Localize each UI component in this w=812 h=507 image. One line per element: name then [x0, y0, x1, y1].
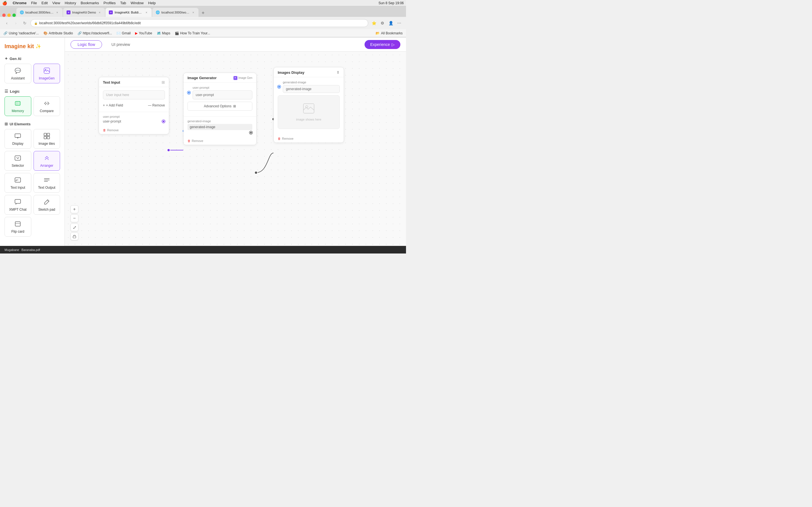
bookmark-maps[interactable]: 🗺️ Maps [157, 31, 170, 35]
imagegen-label: ImageGen [39, 76, 55, 80]
node-memory[interactable]: Memory [4, 96, 31, 116]
browser-tab-4[interactable]: 🌐 localhost:3000/worlds/create × [152, 8, 199, 17]
reload-button[interactable]: ↻ [21, 20, 28, 26]
menu-file[interactable]: File [31, 1, 37, 5]
tab-favicon-3: ✦ [109, 10, 113, 14]
node-arranger[interactable]: Arranger [34, 151, 60, 171]
text-input-remove-icon: 🗑 [103, 128, 106, 132]
new-tab-button[interactable]: + [199, 9, 207, 17]
xmpt-chat-icon [14, 198, 22, 206]
svg-point-26 [167, 149, 170, 152]
image-gen-remove-link[interactable]: 🗑 Remove [184, 137, 256, 145]
node-assistant[interactable]: 💬 Assistant [4, 64, 31, 83]
bookmark-gmail[interactable]: ✉️ Gmail [116, 31, 131, 35]
bookmark-label-1: Using 'radioactive'... [9, 31, 39, 35]
bookmark-label-5: YouTube [139, 31, 152, 35]
apple-logo-icon[interactable]: 🍎 [2, 1, 7, 5]
zoom-in-button[interactable]: + [70, 205, 79, 213]
node-selector[interactable]: Selector [4, 151, 31, 171]
node-text-output[interactable]: Text Output [34, 173, 60, 193]
node-sketch-pad[interactable]: Sketch pad [34, 195, 60, 215]
remove-field-button[interactable]: — Remove [148, 102, 165, 108]
image-generator-node: Image Generator ✦ Image Gen user-prompt … [183, 73, 257, 145]
extensions-icon[interactable]: ⚙ [379, 20, 386, 26]
menu-profiles[interactable]: Profiles [103, 1, 116, 5]
bookmark-stackoverflow[interactable]: 🔗 https://stackoverfl... [78, 31, 112, 35]
text-input-type-icon: ⊞ [161, 80, 165, 84]
bookmark-icon-7: 🎬 [175, 31, 179, 35]
tab-bar: 🌐 localhost:3000/test user/wor... × ✦ Im… [0, 6, 406, 17]
images-display-export-icon[interactable]: ⬆ [336, 70, 340, 75]
forward-button[interactable]: › [12, 20, 19, 26]
tab-ui-preview[interactable]: UI preview [104, 40, 137, 49]
images-display-input-connector [278, 86, 281, 88]
menu-chrome[interactable]: Chrome [13, 1, 27, 5]
url-bar[interactable]: 🔒 localhost:3000/test%20user/worlds/66db… [31, 19, 368, 27]
tab-close-4[interactable]: × [191, 10, 195, 14]
zoom-out-button[interactable]: − [70, 214, 79, 222]
svg-rect-31 [73, 236, 76, 238]
all-bookmarks[interactable]: 📂 All Bookmarks [375, 31, 403, 35]
image-tiles-icon [43, 132, 51, 140]
node-imagegen[interactable]: ImageGen [34, 64, 60, 83]
menu-window[interactable]: Window [131, 1, 144, 5]
image-gen-remove-label: Remove [192, 139, 203, 143]
browser-tab-3[interactable]: ✦ ImagineKit: Building Interact... × [105, 8, 152, 17]
node-text-input[interactable]: Text Input [4, 173, 31, 193]
add-field-button[interactable]: + + Add Field [103, 102, 123, 108]
menu-tab[interactable]: Tab [120, 1, 126, 5]
browser-tab-1[interactable]: 🌐 localhost:3000/test user/wor... × [16, 8, 63, 17]
maximize-window-btn[interactable] [12, 13, 16, 17]
tab-close-2[interactable]: × [98, 10, 101, 14]
tab-logic-flow[interactable]: Logic flow [70, 40, 102, 49]
experience-button[interactable]: Experience ▷ [364, 40, 400, 49]
bookmark-label-6: Maps [162, 31, 170, 35]
image-ph-icon [303, 103, 314, 115]
bookmark-radioactive[interactable]: 🔗 Using 'radioactive'... [3, 31, 39, 35]
images-display-remove-link[interactable]: 🗑 Remove [274, 135, 344, 143]
image-gen-output-connector [250, 131, 252, 134]
bookmark-howtotrain[interactable]: 🎬 How To Train Your... [175, 31, 210, 35]
menu-bookmarks[interactable]: Bookmarks [81, 1, 99, 5]
ui-elements-label: UI Elements [10, 122, 31, 126]
text-input-placeholder[interactable]: User input here [103, 91, 165, 100]
image-gen-output-value: generated-image [188, 124, 252, 131]
canvas-area[interactable]: Text Input ⊞ User input here + + Add Fie… [65, 52, 406, 246]
bookmark-icon[interactable]: ⭐ [370, 20, 377, 26]
flip-card-label: Flip card [11, 230, 24, 233]
profile-icon[interactable]: 👤 [388, 20, 394, 26]
node-display[interactable]: Display [4, 129, 31, 149]
svg-rect-12 [44, 136, 47, 139]
menu-view[interactable]: View [52, 1, 60, 5]
node-xmpt-chat[interactable]: XMPT Chat [4, 195, 31, 215]
back-button[interactable]: ‹ [3, 20, 10, 26]
menu-help[interactable]: Help [148, 1, 156, 5]
tab-close-1[interactable]: × [55, 10, 59, 14]
menu-edit[interactable]: Edit [42, 1, 48, 5]
lock-icon: 🔒 [34, 22, 38, 25]
image-gen-input-value: user-prompt [193, 91, 252, 100]
fit-button[interactable]: ⤢ [70, 223, 79, 231]
minimize-window-btn[interactable] [7, 13, 11, 17]
close-window-btn[interactable] [2, 13, 6, 17]
text-input-remove-link[interactable]: 🗑 Remove [99, 126, 169, 134]
browser-tab-2[interactable]: ✦ ImagineKit Demo × [63, 8, 105, 17]
bookmark-arttribute[interactable]: 🎨 Arttribute Studio [43, 31, 73, 35]
node-compare[interactable]: Compare [34, 96, 60, 116]
system-clock: Sun 8 Sep 19:06 [378, 1, 404, 5]
advanced-options-button[interactable]: Advanced Options ⊞ [188, 102, 252, 111]
tab-close-3[interactable]: × [144, 10, 148, 14]
bookmark-youtube[interactable]: ▶ YouTube [135, 31, 152, 35]
menu-icon[interactable]: ⋯ [396, 20, 403, 26]
lock-button[interactable] [70, 232, 79, 240]
all-bookmarks-label: All Bookmarks [381, 31, 403, 35]
images-display-title: Images Display [278, 70, 305, 75]
flip-card-icon [14, 220, 22, 228]
node-image-tiles[interactable]: Image tiles [34, 129, 60, 149]
images-display-input-section: generated-image generated-image [283, 80, 340, 93]
url-text: localhost:3000/test%20user/worlds/66db62… [39, 21, 141, 25]
node-flip-card[interactable]: Flip card [4, 217, 31, 237]
experience-button-label: Experience [370, 42, 390, 47]
menu-history[interactable]: History [64, 1, 76, 5]
image-generator-header: Image Generator ✦ Image Gen [184, 73, 256, 82]
